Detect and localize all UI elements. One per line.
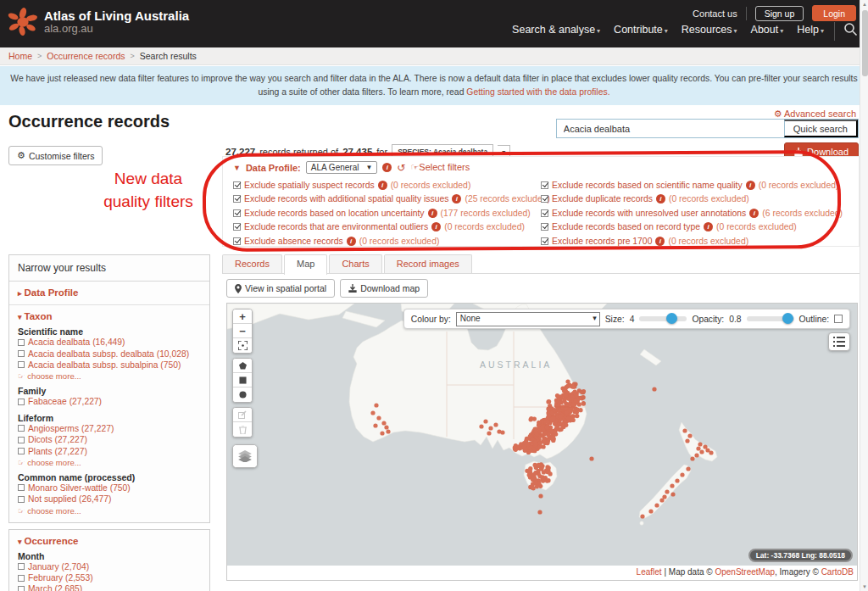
filter-checkbox[interactable] bbox=[233, 223, 241, 231]
scrollbar-thumb[interactable] bbox=[862, 10, 868, 76]
view-spatial-portal-button[interactable]: View in spatial portal bbox=[226, 279, 335, 298]
occurrence-dot[interactable] bbox=[685, 438, 689, 443]
zoom-out-button[interactable]: − bbox=[233, 324, 252, 338]
occurrence-dot[interactable] bbox=[572, 391, 576, 395]
nav-item-resources[interactable]: Resources▾ bbox=[682, 24, 737, 36]
filter-checkbox[interactable] bbox=[541, 237, 548, 245]
data-profile-title[interactable]: Data Profile: bbox=[246, 163, 301, 173]
facet-item[interactable]: January (2,704) bbox=[18, 561, 201, 572]
occurrence-dot[interactable] bbox=[540, 464, 544, 468]
facet-checkbox[interactable] bbox=[18, 361, 25, 368]
occurrence-dot[interactable] bbox=[709, 450, 713, 454]
opacity-slider-knob[interactable] bbox=[782, 313, 793, 324]
occurrence-dot[interactable] bbox=[381, 421, 386, 425]
breadcrumb-home[interactable]: Home bbox=[8, 51, 32, 61]
header-search-button[interactable] bbox=[834, 22, 856, 41]
occurrence-dot[interactable] bbox=[373, 423, 377, 427]
occurrence-dot[interactable] bbox=[370, 410, 375, 415]
occurrence-dot[interactable] bbox=[571, 384, 576, 388]
profile-select[interactable]: ALA General▼ bbox=[306, 161, 378, 174]
occurrence-dot[interactable] bbox=[553, 408, 557, 412]
choose-more-link[interactable]: ☞ choose more... bbox=[18, 371, 201, 381]
occurrence-dot[interactable] bbox=[559, 415, 563, 419]
facet-checkbox[interactable] bbox=[18, 399, 25, 405]
breadcrumb-occurrence-records[interactable]: Occurrence records bbox=[47, 51, 125, 61]
occurrence-dot[interactable] bbox=[530, 437, 534, 441]
info-icon[interactable]: i bbox=[428, 209, 437, 218]
edit-shape-button[interactable] bbox=[233, 408, 252, 422]
occurrence-dot[interactable] bbox=[542, 444, 546, 449]
reset-icon[interactable]: ↺ bbox=[397, 162, 405, 174]
occurrence-dot[interactable] bbox=[384, 425, 388, 429]
occurrence-dot[interactable] bbox=[565, 410, 569, 415]
info-icon[interactable]: i bbox=[704, 222, 713, 231]
occurrence-dot[interactable] bbox=[547, 413, 551, 417]
facet-item[interactable]: March (2,685) bbox=[18, 583, 201, 591]
occurrence-dot[interactable] bbox=[376, 415, 381, 420]
occurrence-dot[interactable] bbox=[580, 390, 584, 394]
occurrence-dot[interactable] bbox=[386, 429, 390, 433]
occurrence-dot[interactable] bbox=[534, 481, 538, 485]
filter-checkbox[interactable] bbox=[541, 209, 548, 217]
occurrence-dot[interactable] bbox=[566, 416, 570, 421]
tab-charts[interactable]: Charts bbox=[329, 254, 381, 273]
occurrence-dot[interactable] bbox=[537, 421, 541, 425]
nav-item-contribute[interactable]: Contribute▾ bbox=[614, 24, 668, 36]
facet-item[interactable]: Plants (27,227) bbox=[18, 445, 201, 456]
facet-checkbox[interactable] bbox=[18, 339, 25, 346]
occurrence-dot[interactable] bbox=[555, 425, 559, 429]
occurrence-dot[interactable] bbox=[547, 466, 551, 470]
contact-us-link[interactable]: Contact us bbox=[693, 8, 737, 19]
occurrence-dot[interactable] bbox=[670, 483, 674, 488]
occurrence-dot[interactable] bbox=[686, 466, 690, 471]
facet-item[interactable]: Dicots (27,227) bbox=[18, 434, 201, 445]
quick-search-button[interactable]: Quick search bbox=[784, 120, 858, 137]
occurrence-dot[interactable] bbox=[529, 449, 533, 453]
occurrence-dot[interactable] bbox=[564, 423, 568, 427]
occurrence-dot[interactable] bbox=[665, 489, 669, 493]
occurrence-dot[interactable] bbox=[487, 431, 491, 435]
info-icon[interactable]: i bbox=[655, 237, 665, 246]
occurrence-dot[interactable] bbox=[698, 442, 702, 446]
notice-link[interactable]: Getting started with the data profiles. bbox=[466, 87, 609, 97]
occurrence-dot[interactable] bbox=[648, 509, 653, 513]
occurrence-dot[interactable] bbox=[580, 396, 584, 400]
filter-checkbox[interactable] bbox=[233, 209, 241, 217]
nav-item-help[interactable]: Help▾ bbox=[797, 24, 824, 36]
ala-logo[interactable]: Atlas of Living Australia ala.org.au bbox=[7, 6, 189, 38]
facet-section-header[interactable]: ▾Taxon bbox=[18, 311, 201, 321]
outline-checkbox[interactable] bbox=[834, 315, 843, 323]
tab-record-images[interactable]: Record images bbox=[384, 254, 472, 273]
customise-filters-button[interactable]: ⚙ Customise filters bbox=[8, 146, 103, 165]
occurrence-dot[interactable] bbox=[538, 441, 542, 445]
facet-checkbox[interactable] bbox=[18, 448, 25, 454]
nav-item-search-analyse[interactable]: Search & analyse▾ bbox=[512, 24, 600, 36]
search-input[interactable] bbox=[557, 120, 784, 137]
choose-more-link[interactable]: ☞ choose more... bbox=[18, 458, 201, 467]
occurrence-dot[interactable] bbox=[537, 463, 541, 467]
size-slider[interactable] bbox=[639, 316, 687, 321]
size-slider-knob[interactable] bbox=[666, 313, 677, 324]
choose-more-link[interactable]: ☞ choose more... bbox=[18, 506, 201, 516]
occurrence-dot[interactable] bbox=[696, 446, 700, 450]
occurrence-dot[interactable] bbox=[553, 430, 557, 434]
signup-button[interactable]: Sign up bbox=[755, 6, 804, 21]
filter-checkbox[interactable] bbox=[233, 195, 241, 203]
filter-checkbox[interactable] bbox=[233, 181, 241, 189]
occurrence-dot[interactable] bbox=[670, 492, 675, 496]
occurrence-dot[interactable] bbox=[654, 503, 659, 507]
occurrence-dot[interactable] bbox=[550, 417, 554, 421]
occurrence-dot[interactable] bbox=[380, 431, 384, 435]
select-filters-link[interactable]: ☞Select filters bbox=[410, 162, 470, 173]
facet-item[interactable]: Fabaceae (27,227) bbox=[18, 396, 201, 407]
login-button[interactable]: Login bbox=[812, 5, 856, 21]
opacity-slider[interactable] bbox=[747, 316, 794, 321]
occurrence-dot[interactable] bbox=[493, 422, 498, 427]
scroll-down-arrow[interactable]: ▼ bbox=[861, 584, 868, 589]
nav-item-about[interactable]: About▾ bbox=[751, 24, 784, 36]
occurrence-dot[interactable] bbox=[577, 402, 581, 406]
draw-circle-button[interactable] bbox=[233, 387, 252, 402]
legend-button[interactable] bbox=[828, 332, 850, 351]
occurrence-dot[interactable] bbox=[537, 510, 542, 514]
info-icon[interactable]: i bbox=[746, 181, 755, 190]
